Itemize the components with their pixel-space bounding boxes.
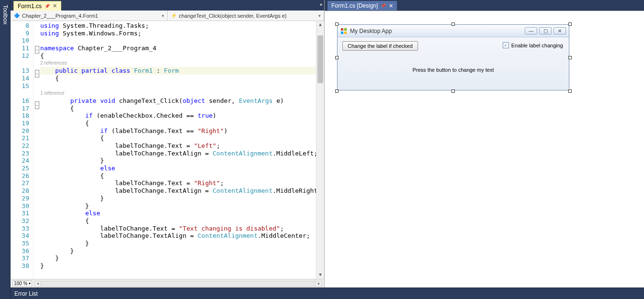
form-preview[interactable]: My Desktop App — ▢ ✕ Change the label if…: [337, 24, 569, 90]
member-combo[interactable]: ⚡ changeText_Click(object sender, EventA…: [168, 11, 325, 21]
tab-form1-cs[interactable]: Form1.cs 📌 ✕: [13, 1, 61, 11]
change-label-button[interactable]: Change the label if checked: [342, 41, 418, 51]
code-editor-pane: Form1.cs 📌 ✕ ▾ 🔷 Chapter_2___Program_4.F…: [11, 0, 325, 288]
resize-handle[interactable]: [335, 89, 339, 93]
designer-tabstrip: Form1.cs [Design] 📌 ✕: [325, 0, 644, 11]
tab-label: Form1.cs [Design]: [331, 2, 378, 9]
scrollbar-thumb[interactable]: [317, 35, 323, 83]
app-icon: [340, 28, 347, 34]
tab-form1-design[interactable]: Form1.cs [Design] 📌 ✕: [328, 1, 397, 11]
close-icon[interactable]: ✕: [389, 3, 393, 9]
pin-icon[interactable]: 📌: [381, 3, 386, 8]
svg-rect-0: [341, 28, 343, 31]
code-content[interactable]: using System.Threading.Tasks;using Syste…: [40, 21, 316, 279]
checkbox-box[interactable]: ✓: [503, 42, 509, 48]
button-label: Change the label if checked: [348, 43, 413, 49]
resize-handle[interactable]: [335, 56, 339, 59]
scroll-left-icon[interactable]: ◂: [34, 281, 41, 286]
maximize-icon[interactable]: ▢: [539, 27, 552, 34]
editor-tabstrip: Form1.cs 📌 ✕ ▾: [11, 0, 324, 11]
minimize-icon[interactable]: —: [525, 27, 537, 34]
form-client-area: Change the label if checked ✓ Enable lab…: [338, 37, 569, 90]
designer-surface[interactable]: My Desktop App — ▢ ✕ Change the label if…: [325, 11, 644, 288]
toolbox-sidebar[interactable]: Toolbox: [0, 0, 11, 299]
svg-rect-2: [341, 32, 343, 34]
chevron-down-icon: ▾: [29, 281, 31, 286]
class-combo-text: Chapter_2___Program_4.Form1: [22, 13, 98, 19]
changeable-label[interactable]: Press the button to change my text: [338, 67, 569, 73]
designer-pane: Form1.cs [Design] 📌 ✕ My Desktop App — ▢: [325, 0, 644, 288]
resize-handle[interactable]: [335, 22, 339, 26]
form-titlebar: My Desktop App — ▢ ✕: [338, 25, 569, 37]
code-nav-bar: 🔷 Chapter_2___Program_4.Form1 ▾ ⚡ change…: [11, 11, 324, 21]
class-icon: 🔷: [13, 12, 20, 19]
scroll-down-icon[interactable]: ▼: [316, 271, 324, 279]
resize-handle[interactable]: [452, 89, 455, 93]
scroll-right-icon[interactable]: ▸: [315, 281, 322, 286]
code-editor[interactable]: ▭ 89101112131415161718192021222324252627…: [11, 21, 324, 279]
member-combo-text: changeText_Click(object sender, EventArg…: [179, 13, 287, 19]
class-combo[interactable]: 🔷 Chapter_2___Program_4.Form1 ▾: [11, 11, 168, 21]
zoom-combo[interactable]: 100 % ▾: [12, 280, 32, 287]
pin-icon[interactable]: 📌: [45, 4, 50, 9]
toolbox-label: Toolbox: [2, 5, 9, 24]
close-icon[interactable]: ✕: [53, 3, 57, 9]
horizontal-scrollbar[interactable]: ◂ ▸: [34, 281, 322, 287]
svg-rect-1: [344, 28, 347, 31]
resize-handle[interactable]: [568, 89, 572, 93]
zoom-value: 100 %: [14, 281, 27, 286]
close-window-icon[interactable]: ✕: [554, 27, 566, 34]
tab-label: Form1.cs: [18, 3, 42, 10]
resize-handle[interactable]: [568, 56, 572, 59]
tab-overflow-icon[interactable]: ▾: [320, 2, 322, 7]
resize-handle[interactable]: [452, 22, 455, 26]
svg-rect-3: [344, 32, 347, 34]
line-number-gutter: 8910111213141516171819202122232425262728…: [11, 21, 34, 279]
scroll-up-icon[interactable]: ▲: [316, 21, 324, 29]
resize-handle[interactable]: [568, 22, 572, 26]
editor-statusbar: 100 % ▾ ◂ ▸: [11, 279, 324, 288]
vertical-scrollbar[interactable]: ▲ ▼: [316, 21, 324, 279]
chevron-down-icon: ▾: [318, 13, 321, 18]
checkbox-label: Enable label changing: [511, 43, 563, 48]
error-list-label: Error List: [14, 290, 38, 297]
chevron-down-icon: ▾: [162, 13, 164, 18]
method-icon: ⚡: [170, 12, 177, 19]
error-list-tab[interactable]: Error List: [11, 288, 644, 299]
fold-column[interactable]: −−−: [34, 21, 40, 279]
form-title: My Desktop App: [350, 28, 392, 34]
enable-checkbox[interactable]: ✓ Enable label changing: [503, 42, 563, 48]
